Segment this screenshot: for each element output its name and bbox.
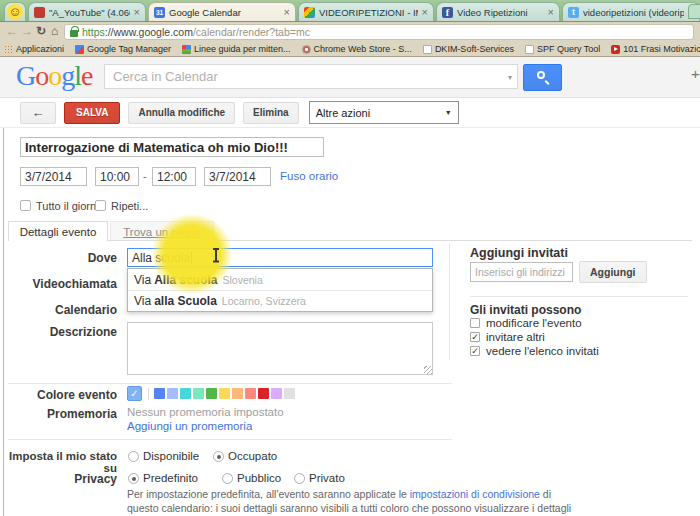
start-date-input[interactable] [20,167,87,186]
see-guest-list-checkbox[interactable]: ✓ [470,346,480,356]
color-swatch[interactable] [180,388,191,399]
tab-divider [8,240,692,241]
sharing-settings-link[interactable]: impostazioni di condivisione [410,488,540,500]
privacy-label: Privacy [0,472,117,486]
color-swatch[interactable] [206,388,217,399]
add-guest-button[interactable]: Aggiungi [579,261,647,283]
add-guests-heading: Aggiungi invitati [470,246,568,260]
status-busy-radio[interactable] [213,451,224,462]
back-button[interactable]: ← [20,102,56,124]
section-divider [8,439,452,440]
tab-find-time[interactable]: Trova un orario [110,221,214,241]
description-textarea[interactable] [127,322,433,375]
twitter-favicon-icon: t [568,7,579,18]
color-swatch[interactable] [193,388,204,399]
guest-email-input[interactable] [470,262,573,282]
privacy-default-radio[interactable] [128,473,139,484]
save-button[interactable]: SALVA [64,102,120,124]
chrome-icon [302,45,311,54]
bookmark-dkim[interactable]: DKIM-Soft-Services [423,44,514,54]
color-swatch[interactable] [245,388,256,399]
pinned-tab-smiley[interactable]: ☺ [4,2,26,21]
modify-event-checkbox[interactable] [470,318,480,328]
search-box: ▾ [104,64,518,89]
all-day-checkbox[interactable] [20,200,31,211]
start-time-input[interactable] [95,167,139,186]
color-swatch[interactable] [219,388,230,399]
select-arrow-icon: ▼ [445,109,452,116]
chevron-down-icon[interactable]: ▾ [508,73,512,82]
tab-close-icon[interactable]: × [134,7,140,17]
privacy-default-label: Predefinito [143,472,198,484]
color-swatch[interactable] [271,388,282,399]
suggestion-item[interactable]: Via alla Scuola Locarno, Svizzera [128,290,432,311]
event-color-palette [154,388,297,399]
tab-google-calendar[interactable]: 31 Google Calendar × [148,2,296,21]
tab-event-details[interactable]: Dettagli evento [8,221,108,241]
check-icon: ✓ [471,346,479,356]
tab-close-icon[interactable]: × [548,7,554,17]
timezone-link[interactable]: Fuso orario [280,170,338,182]
invite-others-checkbox[interactable]: ✓ [470,332,480,342]
event-title-input[interactable] [20,137,324,157]
discard-changes-button[interactable]: Annulla modifiche [128,102,235,124]
tab-twitter[interactable]: t videoripetizioni (videorip) su × [562,2,700,21]
status-label: Imposta il mio stato su [0,450,117,474]
tab-close-icon[interactable]: × [422,7,428,17]
tab-a-youtube[interactable]: "A_YouTube" (4.060) - video × [28,2,146,21]
bookmark-tag-manager[interactable]: Google Tag Manager [75,44,171,54]
more-actions-select[interactable]: Altre azioni ▼ [309,101,459,124]
color-swatch[interactable] [167,388,178,399]
where-input[interactable]: Alla scuola [127,248,433,267]
bookmark-linee-guida[interactable]: Linee guida per mitten... [182,44,291,54]
bookmarks-bar: Applicazioni Google Tag Manager Linee gu… [0,42,700,57]
back-nav-icon[interactable]: ← [6,24,18,38]
color-swatch[interactable] [284,388,295,399]
repeat-label: Ripeti... [111,200,148,212]
end-time-input[interactable] [152,167,196,186]
search-button[interactable] [523,64,562,91]
new-tab-button[interactable] [688,4,700,19]
invite-others-label: invitare altri [486,331,545,343]
all-day-label: Tutto il giorno [36,200,102,212]
location-suggestions-dropdown: Via Alla scuola Slovenia Via alla Scuola… [127,268,433,312]
guests-divider [470,296,688,297]
suggestion-item[interactable]: Via Alla scuola Slovenia [128,269,432,290]
bookmark-chrome-web-store[interactable]: Chrome Web Store - S... [302,44,412,54]
tab-close-icon[interactable]: × [284,7,290,17]
privacy-footnote: Per impostazione predefinita, all'evento… [127,487,577,516]
reload-icon[interactable]: ↻ [36,24,46,38]
add-reminder-link[interactable]: Aggiungi un promemoria [127,420,252,432]
section-divider [8,383,452,384]
omnibox-url-field[interactable]: https ://www.google.com /calendar/render… [64,24,694,40]
delete-button[interactable]: Elimina [243,102,299,124]
selected-color-swatch[interactable]: ✓ [127,386,142,401]
end-date-input[interactable] [204,167,271,186]
privacy-public-radio[interactable] [222,473,233,484]
color-swatch[interactable] [154,388,165,399]
privacy-private-radio[interactable] [294,473,305,484]
bookmark-spf[interactable]: SPF Query Tool [525,44,600,54]
text-caret [191,252,192,264]
plus-icon[interactable]: + [691,65,700,82]
resize-grip-icon[interactable] [424,366,432,374]
color-swatch[interactable] [258,388,269,399]
forward-nav-icon[interactable]: → [21,24,33,38]
search-input[interactable] [105,65,517,88]
tab-facebook[interactable]: f Video Ripetizioni × [436,2,560,21]
smiley-icon: ☺ [7,4,23,20]
repeat-checkbox[interactable] [95,200,106,211]
bookmark-apps[interactable]: Applicazioni [4,44,64,54]
tab-videoripetizioni-site[interactable]: VIDEORIPETIZIONI - IMPAR × [298,2,434,21]
url-host: ://www.google.com [105,26,193,38]
bookmark-101-frasi[interactable]: 101 Frasi Motivazionali... [611,44,700,54]
status-available-radio[interactable] [128,451,139,462]
color-swatch[interactable] [232,388,243,399]
browser-tab-strip: ☺ "A_YouTube" (4.060) - video × 31 Googl… [0,0,700,22]
home-icon[interactable]: ⌂ [51,24,58,38]
privacy-public-label: Pubblico [237,472,281,484]
calendar-label: Calendario [0,303,117,317]
time-separator: - [143,170,147,182]
status-busy-label: Occupato [228,450,277,462]
url-scheme: https [82,26,105,38]
